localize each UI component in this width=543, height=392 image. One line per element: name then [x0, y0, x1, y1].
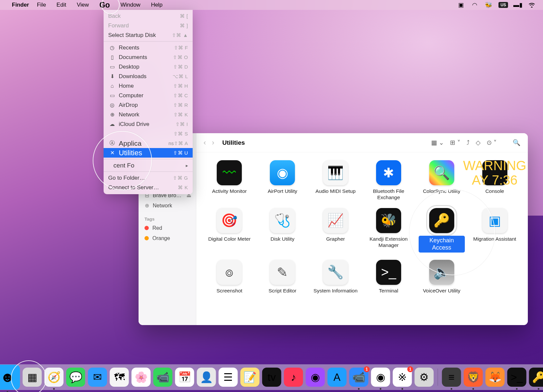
dock-launchpad[interactable]: ▦: [23, 368, 42, 387]
wifi-icon[interactable]: [528, 1, 536, 9]
menu-view[interactable]: View: [75, 1, 91, 9]
go-airdrop[interactable]: ◎AirDrop⇧⌘ R: [104, 100, 193, 110]
go-recent-folders[interactable]: cent Fo▸: [104, 161, 193, 170]
app-digital-color-meter[interactable]: 🎯Digital Color Meter: [204, 208, 255, 253]
app-label: Digital Color Meter: [208, 236, 250, 242]
dock-finder[interactable]: ☻: [0, 365, 20, 390]
group-by-button[interactable]: ⊞ ˅: [450, 139, 460, 146]
dock-zoom[interactable]: 📹1: [349, 368, 368, 387]
app-kandji-extension-manager[interactable]: 🐝Kandji Extension Manager: [363, 208, 414, 253]
app-grapher[interactable]: 📈Grapher: [310, 208, 361, 253]
app-audio-midi-setup[interactable]: 🎹Audio MIDI Setup: [310, 160, 361, 201]
app-voiceover-utility[interactable]: 🔈VoiceOver Utility: [416, 260, 467, 294]
app-label: Script Editor: [269, 287, 296, 294]
nav-back-button[interactable]: ‹: [204, 138, 206, 147]
go-desktop[interactable]: ▭Desktop⇧⌘ D: [104, 62, 193, 72]
dock-sublime[interactable]: ≡: [442, 368, 461, 387]
dock-appstore[interactable]: A: [328, 368, 347, 387]
action-button[interactable]: ⊙ ˅: [487, 139, 497, 146]
dock-music[interactable]: ♪: [284, 368, 303, 387]
go-back: Back⌘ [: [104, 11, 193, 21]
go-computer[interactable]: ▭Computer⇧⌘ C: [104, 91, 193, 100]
dock-reminders[interactable]: ☰: [219, 368, 238, 387]
go-home[interactable]: ⌂Home⇧⌘ H: [104, 81, 193, 91]
menu-go[interactable]: Go: [97, 0, 112, 10]
app-icon: >_: [376, 260, 401, 285]
battery-icon[interactable]: ▬▮: [514, 1, 522, 9]
dock-settings[interactable]: ⚙: [415, 368, 434, 387]
share-button[interactable]: ⤴: [466, 139, 470, 146]
go-network[interactable]: ⊕Network⇧⌘ K: [104, 110, 193, 119]
dock-notes[interactable]: 📝: [240, 368, 260, 387]
app-system-information[interactable]: 🔧System Information: [310, 260, 361, 294]
app-colorsync-utility[interactable]: 🔍ColorSync Utility: [416, 160, 467, 201]
app-label: AirPort Utility: [268, 188, 297, 194]
dock-brave[interactable]: 🦁: [464, 368, 483, 387]
go-connect-server[interactable]: Connect to Server…⌘ K: [104, 183, 193, 192]
dock-keychain[interactable]: 🔑: [529, 368, 543, 387]
go-downloads[interactable]: ⬇Downloads⌥⌘ L: [104, 72, 193, 81]
dock-calendar[interactable]: 📅: [175, 368, 194, 387]
dock-podcasts[interactable]: ◉: [306, 368, 325, 387]
airpods-icon[interactable]: ◠: [471, 1, 479, 9]
dock-iterm[interactable]: >_: [507, 368, 527, 387]
dock-messages[interactable]: 💬: [66, 368, 85, 387]
app-icon: 🔑: [429, 208, 454, 233]
sidebar-tag-red[interactable]: Red: [139, 223, 196, 233]
app-disk-utility[interactable]: 🩺Disk Utility: [257, 208, 308, 253]
go-documents[interactable]: ▯Documents⇧⌘ O: [104, 52, 193, 62]
dock-photos[interactable]: 🌸: [132, 368, 151, 387]
screen-mirroring-icon[interactable]: ▣: [457, 1, 465, 9]
dock-safari[interactable]: 🧭: [45, 368, 64, 387]
finder-window: ▭Desktop ▯Documents ⬇Downloads Locations…: [139, 133, 528, 325]
app-terminal[interactable]: >_Terminal: [363, 260, 414, 294]
app-icon: ⌾: [217, 260, 242, 285]
view-icons-button[interactable]: ▦ ⌄: [431, 139, 444, 146]
go-startup-disk[interactable]: Select Startup Disk⇧⌘ ▲: [104, 30, 193, 40]
kandji-icon[interactable]: 🐝: [485, 1, 493, 9]
sidebar-tag-orange[interactable]: Orange: [139, 233, 196, 243]
sidebar-network[interactable]: ⊕Network: [139, 200, 196, 211]
menu-file[interactable]: File: [35, 1, 48, 9]
nav-forward-button[interactable]: ›: [212, 138, 214, 147]
app-migration-assistant[interactable]: ▣Migration Assistant: [469, 208, 520, 253]
go-to-folder[interactable]: Go to Folder…⇧⌘ G: [104, 173, 193, 183]
dock-tv[interactable]: tv: [262, 368, 281, 387]
dock-mail[interactable]: ✉: [88, 368, 107, 387]
go-utilities[interactable]: ✕Utilities⇧⌘ U: [104, 148, 193, 158]
app-keychain-access[interactable]: 🔑Keychain Access: [416, 208, 467, 253]
app-icon: 🎹: [323, 160, 348, 185]
utilities-icon: ✕: [108, 150, 116, 156]
app-label: Kandji Extension Manager: [366, 236, 412, 249]
app-bluetooth-file-exchange[interactable]: ✱Bluetooth File Exchange: [363, 160, 414, 201]
app-label: Terminal: [379, 287, 399, 294]
dock-slack[interactable]: ※1: [393, 368, 412, 387]
network-icon: ⊕: [108, 111, 116, 118]
app-label: Migration Assistant: [473, 236, 516, 242]
app-icon: 📈: [323, 208, 348, 233]
app-screenshot[interactable]: ⌾Screenshot: [204, 260, 255, 294]
dock-contacts[interactable]: 👤: [197, 368, 216, 387]
app-console[interactable]: WARNING AY 7:36Console: [469, 160, 520, 201]
app-activity-monitor[interactable]: 〰Activity Monitor: [204, 160, 255, 201]
app-name[interactable]: Finder: [12, 2, 29, 8]
dock-chrome[interactable]: ◉: [371, 368, 390, 387]
go-hidden-s[interactable]: ⇧⌘ S: [104, 129, 193, 138]
menu-window[interactable]: Window: [118, 1, 142, 9]
finder-toolbar: ‹ › Utilities ▦ ⌄ ⊞ ˅ ⤴ ◇ ⊙ ˅ 🔍: [196, 133, 528, 152]
search-button[interactable]: 🔍: [513, 139, 521, 146]
app-script-editor[interactable]: ✎Script Editor: [257, 260, 308, 294]
dock-firefox[interactable]: 🦊: [486, 368, 505, 387]
go-icloud[interactable]: ☁iCloud Drive⇧⌘ I: [104, 119, 193, 129]
menu-edit[interactable]: Edit: [54, 1, 68, 9]
dock-maps[interactable]: 🗺: [110, 368, 129, 387]
menu-help[interactable]: Help: [149, 1, 165, 9]
tags-button[interactable]: ◇: [476, 139, 481, 146]
menubar: Finder File Edit View Go Window Help ▣ ◠…: [0, 0, 543, 10]
go-recents[interactable]: ◷Recents⇧⌘ F: [104, 43, 193, 52]
app-label: System Information: [313, 287, 358, 294]
app-airport-utility[interactable]: ◉AirPort Utility: [257, 160, 308, 201]
input-source[interactable]: US: [498, 2, 508, 8]
dock-facetime[interactable]: 📹: [153, 368, 173, 387]
go-applications[interactable]: ⒶApplicans⇧⌘ A: [104, 138, 193, 148]
